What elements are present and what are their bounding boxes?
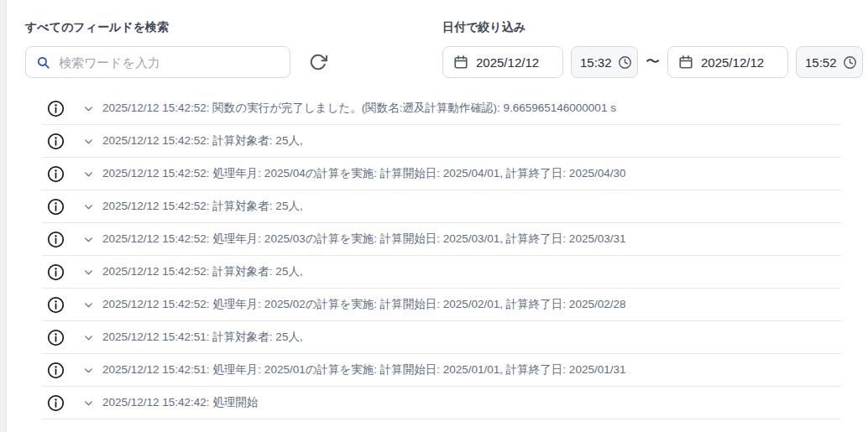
log-row: 2025/12/12 15:42:52: 処理年月: 2025/04の計算を実施… xyxy=(42,158,841,190)
log-message: 2025/12/12 15:42:52: 関数の実行が完了しました。(関数名:遡… xyxy=(102,101,616,116)
end-date-value: 2025/12/12 xyxy=(701,55,764,70)
info-icon xyxy=(47,394,65,412)
calendar-icon xyxy=(453,55,468,70)
clock-icon xyxy=(843,55,857,70)
log-message: 2025/12/12 15:42:52: 計算対象者: 25人, xyxy=(102,133,303,148)
chevron-down-icon[interactable] xyxy=(81,396,95,409)
log-message: 2025/12/12 15:42:52: 計算対象者: 25人, xyxy=(102,264,303,279)
info-icon xyxy=(47,329,65,346)
chevron-down-icon[interactable] xyxy=(81,134,95,148)
log-message: 2025/12/12 15:42:52: 計算対象者: 25人, xyxy=(102,199,303,214)
log-message: 2025/12/12 15:42:42: 処理開始 xyxy=(102,395,258,410)
end-time-value: 15:52 xyxy=(805,55,837,70)
end-time-input[interactable]: 15:52 xyxy=(796,46,863,78)
log-list: 2025/12/12 15:42:52: 関数の実行が完了しました。(関数名:遡… xyxy=(42,92,841,419)
refresh-button[interactable] xyxy=(307,51,329,73)
search-icon xyxy=(36,55,50,70)
end-date-input[interactable]: 2025/12/12 xyxy=(667,46,788,78)
log-row: 2025/12/12 15:42:52: 計算対象者: 25人, xyxy=(42,190,841,223)
search-input-container[interactable] xyxy=(25,46,290,78)
search-label: すべてのフィールドを検索 xyxy=(25,18,329,35)
chevron-down-icon[interactable] xyxy=(81,101,95,115)
info-icon xyxy=(47,263,65,281)
log-message: 2025/12/12 15:42:51: 処理年月: 2025/01の計算を実施… xyxy=(102,362,625,377)
log-message: 2025/12/12 15:42:52: 処理年月: 2025/03の計算を実施… xyxy=(102,232,625,247)
info-icon xyxy=(47,198,65,216)
info-icon xyxy=(47,165,65,183)
log-row: 2025/12/12 15:42:51: 処理年月: 2025/01の計算を実施… xyxy=(42,354,841,387)
search-section: すべてのフィールドを検索 xyxy=(25,18,329,78)
refresh-icon xyxy=(309,53,327,71)
chevron-down-icon[interactable] xyxy=(81,363,95,377)
date-filter-label: 日付で絞り込み xyxy=(442,18,863,35)
date-filter-section: 日付で絞り込み 2025/12/12 15:32 〜 2025/12/12 15… xyxy=(442,18,863,78)
chevron-down-icon[interactable] xyxy=(81,232,95,246)
log-row: 2025/12/12 15:42:52: 計算対象者: 25人, xyxy=(42,125,841,158)
info-icon xyxy=(47,231,65,248)
search-input[interactable] xyxy=(59,55,280,70)
start-date-input[interactable]: 2025/12/12 xyxy=(442,46,563,78)
info-icon xyxy=(47,100,65,117)
chevron-down-icon[interactable] xyxy=(81,265,95,278)
log-row: 2025/12/12 15:42:42: 処理開始 xyxy=(42,387,841,419)
date-range-separator: 〜 xyxy=(646,46,660,78)
log-row: 2025/12/12 15:42:52: 処理年月: 2025/03の計算を実施… xyxy=(42,223,841,256)
chevron-down-icon[interactable] xyxy=(81,167,95,180)
start-date-value: 2025/12/12 xyxy=(476,55,539,70)
chevron-down-icon[interactable] xyxy=(81,331,95,344)
info-icon xyxy=(47,362,65,379)
info-icon xyxy=(47,296,65,314)
log-row: 2025/12/12 15:42:52: 処理年月: 2025/02の計算を実施… xyxy=(42,289,841,321)
log-row: 2025/12/12 15:42:52: 関数の実行が完了しました。(関数名:遡… xyxy=(42,92,841,125)
start-time-input[interactable]: 15:32 xyxy=(571,46,638,78)
info-icon xyxy=(47,133,65,150)
log-message: 2025/12/12 15:42:52: 処理年月: 2025/02の計算を実施… xyxy=(102,297,625,312)
calendar-icon xyxy=(678,55,693,70)
chevron-down-icon[interactable] xyxy=(81,200,95,213)
chevron-down-icon[interactable] xyxy=(81,298,95,311)
log-message: 2025/12/12 15:42:51: 計算対象者: 25人, xyxy=(102,330,303,345)
start-time-value: 15:32 xyxy=(580,55,612,70)
clock-icon xyxy=(618,55,632,70)
log-message: 2025/12/12 15:42:52: 処理年月: 2025/04の計算を実施… xyxy=(102,166,625,181)
left-edge-strip xyxy=(0,0,7,432)
log-row: 2025/12/12 15:42:51: 計算対象者: 25人, xyxy=(42,321,841,354)
log-row: 2025/12/12 15:42:52: 計算対象者: 25人, xyxy=(42,256,841,289)
